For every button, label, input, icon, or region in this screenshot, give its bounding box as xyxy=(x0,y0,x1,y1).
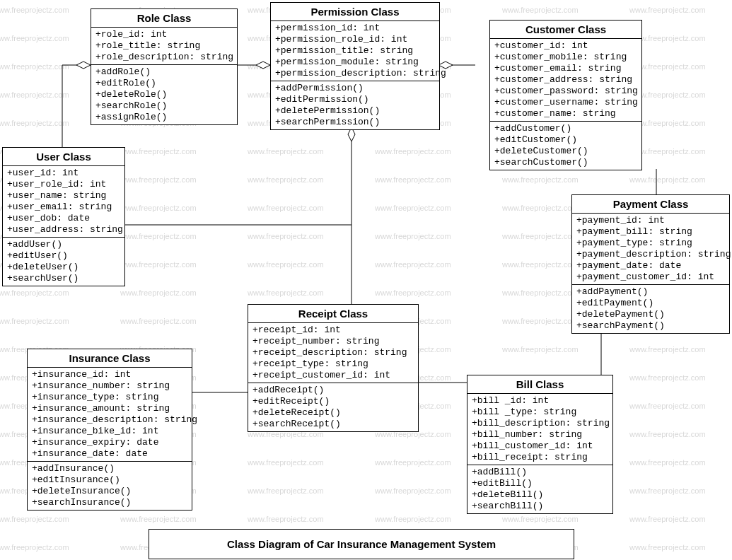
watermark-text: www.freeprojectz.com xyxy=(502,175,579,184)
watermark-text: www.freeprojectz.com xyxy=(0,34,69,42)
class-attributes: +permission_id: int +permission_role_id:… xyxy=(271,21,439,81)
class-attributes: +role_id: int +role_title: string +role_… xyxy=(91,28,237,65)
watermark-text: www.freeprojectz.com xyxy=(375,288,451,297)
watermark-text: www.freeprojectz.com xyxy=(0,6,69,14)
watermark-text: www.freeprojectz.com xyxy=(120,147,197,156)
watermark-text: www.freeprojectz.com xyxy=(629,458,706,467)
diagram-title: Class Diagram of Car Insurance Managemen… xyxy=(149,529,574,559)
class-bill: Bill Class +bill _id: int +bill _type: s… xyxy=(467,375,613,514)
watermark-text: www.freeprojectz.com xyxy=(502,317,579,325)
watermark-text: www.freeprojectz.com xyxy=(502,232,579,240)
class-title: Customer Class xyxy=(490,21,641,39)
class-attributes: +user_id: int +user_role_id: int +user_n… xyxy=(3,166,124,238)
class-attributes: +insurance_id: int +insurance_number: st… xyxy=(28,368,192,462)
watermark-text: www.freeprojectz.com xyxy=(0,543,69,552)
watermark-text: www.freeprojectz.com xyxy=(248,515,324,523)
class-methods: +addReceipt() +editReceipt() +deleteRece… xyxy=(248,383,418,431)
class-title: Bill Class xyxy=(467,375,612,394)
watermark-text: www.freeprojectz.com xyxy=(502,204,579,212)
watermark-text: www.freeprojectz.com xyxy=(375,486,451,495)
class-permission: Permission Class +permission_id: int +pe… xyxy=(270,2,440,130)
watermark-text: www.freeprojectz.com xyxy=(248,147,324,156)
watermark-text: www.freeprojectz.com xyxy=(0,91,69,99)
watermark-text: www.freeprojectz.com xyxy=(120,317,197,325)
watermark-text: www.freeprojectz.com xyxy=(0,317,69,325)
watermark-text: www.freeprojectz.com xyxy=(120,232,197,240)
class-methods: +addBill() +editBill() +deleteBill() +se… xyxy=(467,465,612,513)
watermark-text: www.freeprojectz.com xyxy=(502,345,579,354)
class-attributes: +customer_id: int +customer_mobile: stri… xyxy=(490,39,641,122)
class-payment: Payment Class +payment_id: int +payment_… xyxy=(571,194,730,334)
watermark-text: www.freeprojectz.com xyxy=(629,430,706,438)
class-title: Payment Class xyxy=(572,195,729,214)
class-attributes: +receipt_id: int +receipt_number: string… xyxy=(248,323,418,383)
watermark-text: www.freeprojectz.com xyxy=(0,62,69,71)
class-attributes: +bill _id: int +bill _type: string +bill… xyxy=(467,394,612,465)
watermark-text: www.freeprojectz.com xyxy=(248,260,324,269)
class-title: Insurance Class xyxy=(28,349,192,368)
class-methods: +addRole() +editRole() +deleteRole() +se… xyxy=(91,65,237,124)
class-title: Permission Class xyxy=(271,3,439,21)
class-methods: +addPermission() +editPermission() +dele… xyxy=(271,81,439,129)
watermark-text: www.freeprojectz.com xyxy=(629,6,706,14)
watermark-text: www.freeprojectz.com xyxy=(248,288,324,297)
class-methods: +addPayment() +editPayment() +deletePaym… xyxy=(572,285,729,333)
watermark-text: www.freeprojectz.com xyxy=(248,175,324,184)
watermark-text: www.freeprojectz.com xyxy=(0,288,69,297)
class-customer: Customer Class +customer_id: int +custom… xyxy=(489,20,642,170)
class-receipt: Receipt Class +receipt_id: int +receipt_… xyxy=(248,304,419,432)
class-insurance: Insurance Class +insurance_id: int +insu… xyxy=(27,349,192,511)
class-methods: +addUser() +editUser() +deleteUser() +se… xyxy=(3,238,124,286)
watermark-text: www.freeprojectz.com xyxy=(502,288,579,297)
watermark-text: www.freeprojectz.com xyxy=(502,260,579,269)
watermark-text: www.freeprojectz.com xyxy=(629,402,706,410)
watermark-text: www.freeprojectz.com xyxy=(629,175,706,184)
svg-marker-1 xyxy=(76,62,91,69)
watermark-text: www.freeprojectz.com xyxy=(629,373,706,382)
watermark-text: www.freeprojectz.com xyxy=(629,515,706,523)
class-attributes: +payment_id: int +payment_bill: string +… xyxy=(572,214,729,285)
svg-marker-5 xyxy=(256,62,270,69)
watermark-text: www.freeprojectz.com xyxy=(120,288,197,297)
watermark-text: www.freeprojectz.com xyxy=(248,204,324,212)
class-methods: +addCustomer() +editCustomer() +deleteCu… xyxy=(490,122,641,170)
watermark-text: www.freeprojectz.com xyxy=(375,458,451,467)
watermark-text: www.freeprojectz.com xyxy=(629,543,706,552)
watermark-text: www.freeprojectz.com xyxy=(248,458,324,467)
watermark-text: www.freeprojectz.com xyxy=(502,515,579,523)
watermark-text: www.freeprojectz.com xyxy=(375,260,451,269)
watermark-text: www.freeprojectz.com xyxy=(502,6,579,14)
class-role: Role Class +role_id: int +role_title: st… xyxy=(91,8,238,125)
watermark-text: www.freeprojectz.com xyxy=(0,119,69,127)
watermark-text: www.freeprojectz.com xyxy=(120,515,197,523)
class-title: User Class xyxy=(3,148,124,166)
class-methods: +addInsurance() +editInsurance() +delete… xyxy=(28,462,192,510)
watermark-text: www.freeprojectz.com xyxy=(120,175,197,184)
class-title: Role Class xyxy=(91,9,237,28)
watermark-text: www.freeprojectz.com xyxy=(629,486,706,495)
watermark-text: www.freeprojectz.com xyxy=(120,204,197,212)
watermark-text: www.freeprojectz.com xyxy=(375,147,451,156)
watermark-text: www.freeprojectz.com xyxy=(248,486,324,495)
class-title: Receipt Class xyxy=(248,305,418,323)
class-user: User Class +user_id: int +user_role_id: … xyxy=(2,147,125,286)
watermark-text: www.freeprojectz.com xyxy=(629,345,706,354)
watermark-text: www.freeprojectz.com xyxy=(0,515,69,523)
watermark-text: www.freeprojectz.com xyxy=(375,232,451,240)
watermark-text: www.freeprojectz.com xyxy=(375,515,451,523)
watermark-text: www.freeprojectz.com xyxy=(375,204,451,212)
watermark-text: www.freeprojectz.com xyxy=(248,232,324,240)
watermark-text: www.freeprojectz.com xyxy=(375,175,451,184)
watermark-text: www.freeprojectz.com xyxy=(120,260,197,269)
